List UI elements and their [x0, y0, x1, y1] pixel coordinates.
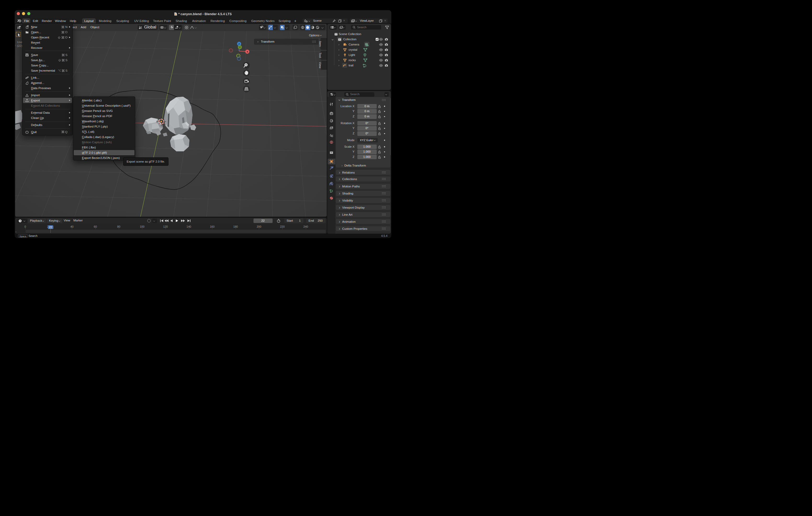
svg-text:Y: Y	[239, 46, 240, 49]
svg-text:Z: Z	[238, 42, 240, 45]
svg-text:X: X	[246, 51, 248, 53]
